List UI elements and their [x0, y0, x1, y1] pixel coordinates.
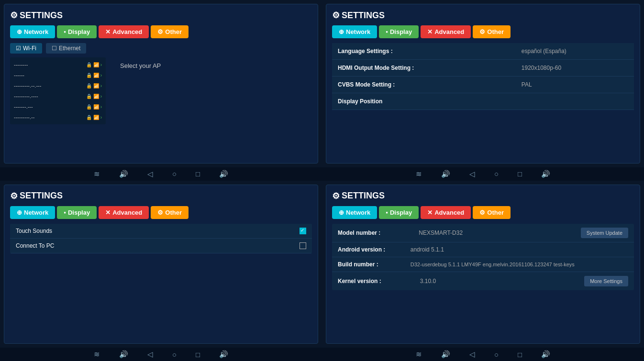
other-icon-tl: ⚙ — [157, 28, 163, 35]
display-settings-table: Language Settings : español (España) HDM… — [332, 43, 634, 110]
top-left-title: ⚙ SETTINGS — [10, 10, 312, 21]
wifi-checkbox-icon: ☑ — [16, 45, 21, 52]
ethernet-tab-button[interactable]: ☐ Ethernet — [46, 43, 86, 54]
tab-other-tr[interactable]: ⚙ Other — [473, 25, 511, 38]
recents-icon-r[interactable]: □ — [518, 170, 522, 178]
volume-icon-br[interactable]: 🔊 — [441, 350, 450, 359]
speaker-icon[interactable]: 🔊 — [219, 170, 228, 178]
taskbar-icons-bl: ≋ 🔊 ◁ ○ □ 🔊 — [0, 350, 322, 359]
taskbar-icons-br: ≋ 🔊 ◁ ○ □ 🔊 — [322, 350, 644, 359]
list-item[interactable]: ------ 🔒 📶 › — [10, 70, 106, 80]
tab-display-tl[interactable]: ▪ Display — [57, 25, 97, 38]
list-item[interactable]: -------- 🔒 📶 › — [10, 59, 106, 70]
speaker-icon-bl[interactable]: 🔊 — [219, 350, 228, 359]
other-icon-br: ⚙ — [479, 209, 485, 216]
table-row[interactable]: Display Position — [332, 93, 634, 110]
list-item[interactable]: -------.--- 🔒 📶 › — [10, 101, 106, 112]
back-icon-r[interactable]: ◁ — [469, 170, 475, 178]
bottom-left-tab-bar: ⊕ Network ▪ Display ✕ Advanced ⚙ Other — [10, 206, 312, 219]
tab-other-tl[interactable]: ⚙ Other — [151, 25, 189, 38]
home-icon[interactable]: ○ — [172, 170, 177, 178]
top-right-tab-bar: ⊕ Network ▪ Display ✕ Advanced ⚙ Other — [332, 25, 634, 38]
display-icon-bl: ▪ — [64, 209, 66, 216]
tab-network-tr[interactable]: ⊕ Network — [332, 25, 377, 38]
network-icon-bl: ⊕ — [17, 209, 22, 216]
bottom-left-title: ⚙ SETTINGS — [10, 191, 312, 201]
back-icon-brr[interactable]: ◁ — [469, 350, 475, 359]
advanced-icon-tl: ✕ — [105, 28, 111, 35]
bottom-right-panel: ⚙ SETTINGS ⊕ Network ▪ Display ✕ Advance… — [326, 185, 640, 344]
menu-icon[interactable]: ≋ — [94, 170, 100, 178]
other-icon-bl: ⚙ — [157, 209, 163, 216]
home-icon-bl[interactable]: ○ — [172, 350, 177, 359]
network-icon-tl: ⊕ — [17, 28, 22, 35]
kernel-row: Kernel version : 3.10.0 More Settings — [332, 272, 634, 290]
volume-icon-bl[interactable]: 🔊 — [119, 350, 128, 359]
tab-other-bl[interactable]: ⚙ Other — [151, 206, 189, 219]
menu-icon-r[interactable]: ≋ — [416, 170, 422, 178]
lang-value: español (España) — [516, 43, 634, 60]
volume-icon[interactable]: 🔊 — [119, 170, 128, 178]
wifi-eth-tabs: ☑ Wi-Fi ☐ Ethernet — [10, 43, 312, 54]
wifi-tab-button[interactable]: ☑ Wi-Fi — [10, 43, 42, 54]
bottom-right-title: ⚙ SETTINGS — [332, 191, 634, 201]
tab-network-tl[interactable]: ⊕ Network — [10, 25, 55, 38]
recents-icon[interactable]: □ — [196, 170, 200, 178]
tab-advanced-bl[interactable]: ✕ Advanced — [99, 206, 149, 219]
speaker-icon-r[interactable]: 🔊 — [541, 170, 550, 178]
list-item[interactable]: ---------.-- 🔒 📶 › — [10, 112, 106, 122]
gear-icon-br: ⚙ — [332, 191, 340, 201]
list-item[interactable]: ---------.---- 🔒 📶 › — [10, 91, 106, 101]
connect-pc-checkbox[interactable] — [300, 242, 306, 249]
lang-label: Language Settings : — [332, 43, 516, 60]
top-right-panel: ⚙ SETTINGS ⊕ Network ▪ Display ✕ Advance… — [326, 4, 640, 164]
disppos-value — [516, 93, 634, 110]
system-update-button[interactable]: System Update — [581, 228, 628, 238]
tab-other-br[interactable]: ⚙ Other — [473, 206, 511, 219]
taskbar-icons-tl: ≋ 🔊 ◁ ○ □ 🔊 — [0, 170, 322, 178]
table-row: CVBS Mode Setting : PAL — [332, 77, 634, 93]
table-row: HDMI Output Mode Setting : 1920x1080p-60 — [332, 60, 634, 77]
advanced-icon-tr: ✕ — [427, 28, 433, 35]
list-item[interactable]: ---------.--.--- 🔒 📶 › — [10, 80, 106, 91]
android-row: Android version : android 5.1.1 — [332, 242, 634, 257]
cvbs-value: PAL — [516, 77, 634, 93]
gear-icon-bl: ⚙ — [10, 191, 18, 201]
tab-network-br[interactable]: ⊕ Network — [332, 206, 377, 219]
back-icon-bl[interactable]: ◁ — [147, 350, 153, 359]
advanced-settings-container: Touch Sounds Connect To PC — [10, 224, 312, 253]
speaker-icon-brr[interactable]: 🔊 — [541, 350, 550, 359]
build-row: Build number : D32-userdebug 5.1.1 LMY49… — [332, 257, 634, 272]
cvbs-label: CVBS Mode Setting : — [332, 77, 516, 93]
menu-icon-bl[interactable]: ≋ — [94, 350, 100, 359]
tab-display-tr[interactable]: ▪ Display — [379, 25, 419, 38]
other-icon-tr: ⚙ — [479, 28, 485, 35]
display-icon-tl: ▪ — [64, 28, 66, 35]
display-icon-br: ▪ — [386, 209, 388, 216]
tab-display-br[interactable]: ▪ Display — [379, 206, 419, 219]
tab-advanced-br[interactable]: ✕ Advanced — [421, 206, 471, 219]
taskbar-icons-tr: ≋ 🔊 ◁ ○ □ 🔊 — [322, 170, 644, 178]
recents-icon-brr[interactable]: □ — [518, 350, 522, 359]
select-ap-text: Select your AP — [120, 57, 161, 124]
tab-network-bl[interactable]: ⊕ Network — [10, 206, 55, 219]
top-left-tab-bar: ⊕ Network ▪ Display ✕ Advanced ⚙ Other — [10, 25, 312, 38]
recents-icon-bl[interactable]: □ — [196, 350, 200, 359]
volume-icon-r[interactable]: 🔊 — [441, 170, 450, 178]
tab-advanced-tr[interactable]: ✕ Advanced — [421, 25, 471, 38]
touch-sounds-row[interactable]: Touch Sounds — [10, 224, 312, 239]
taskbar-bottom-left: ≋ 🔊 ◁ ○ □ 🔊 — [0, 348, 322, 361]
touch-sounds-checkbox[interactable] — [300, 228, 306, 234]
tab-display-bl[interactable]: ▪ Display — [57, 206, 97, 219]
top-left-panel: ⚙ SETTINGS ⊕ Network ▪ Display ✕ Advance… — [4, 4, 318, 164]
connect-pc-row[interactable]: Connect To PC — [10, 239, 312, 253]
more-settings-button[interactable]: More Settings — [584, 276, 628, 286]
tab-advanced-tl[interactable]: ✕ Advanced — [99, 25, 149, 38]
wifi-list: -------- 🔒 📶 › ------ 🔒 📶 › ---------.--… — [10, 57, 106, 124]
menu-icon-br[interactable]: ≋ — [416, 350, 422, 359]
home-icon-brr[interactable]: ○ — [494, 350, 499, 359]
home-icon-r[interactable]: ○ — [494, 170, 499, 178]
back-icon[interactable]: ◁ — [147, 170, 153, 178]
gear-icon-tl: ⚙ — [10, 10, 18, 21]
other-settings-container: Model number : NEXSMART-D32 System Updat… — [332, 224, 634, 290]
